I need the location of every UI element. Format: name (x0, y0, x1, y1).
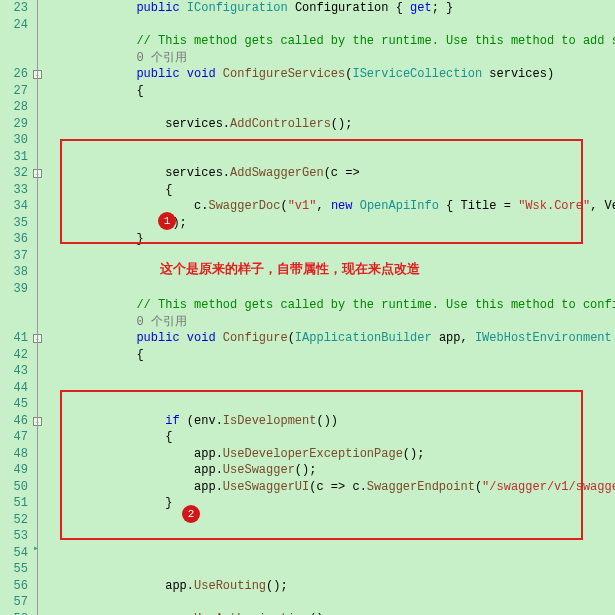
code-line[interactable]: public void Configure(IApplicationBuilde… (50, 330, 615, 347)
code-line[interactable] (50, 396, 615, 413)
code-line[interactable] (50, 17, 615, 34)
code-line[interactable] (50, 545, 615, 562)
code-line[interactable]: c.SwaggerDoc("v1", new OpenApiInfo { Tit… (50, 198, 615, 215)
code-line[interactable]: } (50, 231, 615, 248)
code-line[interactable]: public IConfiguration Configuration { ge… (50, 0, 615, 17)
line-number: 29 (0, 116, 28, 133)
annotation-text: 这个是原来的样子，自带属性，现在来点改造 (160, 260, 420, 278)
code-line[interactable]: // This method gets called by the runtim… (50, 297, 615, 314)
line-number: 33 (0, 182, 28, 199)
code-line[interactable]: app.UseSwaggerUI(c => c.SwaggerEndpoint(… (50, 479, 615, 496)
code-line[interactable] (50, 132, 615, 149)
code-line[interactable]: 0 个引用 (50, 50, 615, 67)
badge-2: 2 (182, 505, 200, 523)
code-line[interactable]: } (50, 495, 615, 512)
line-number: 55 (0, 561, 28, 578)
line-number: 53 (0, 528, 28, 545)
code-line[interactable]: { (50, 182, 615, 199)
line-number: 27 (0, 83, 28, 100)
line-number: 47 (0, 429, 28, 446)
code-line[interactable]: 0 个引用 (50, 314, 615, 331)
code-line[interactable] (50, 561, 615, 578)
line-number: 30 (0, 132, 28, 149)
code-line[interactable] (50, 99, 615, 116)
code-line[interactable]: services.AddControllers(); (50, 116, 615, 133)
line-number: 46 (0, 413, 28, 430)
line-number: 31 (0, 149, 28, 166)
code-line[interactable] (50, 149, 615, 166)
line-number: 44 (0, 380, 28, 397)
line-number: 54 (0, 545, 28, 562)
code-line[interactable]: app.UseAuthorization(); (50, 611, 615, 616)
line-number: 52 (0, 512, 28, 529)
line-number: 45 (0, 396, 28, 413)
code-line[interactable]: { (50, 429, 615, 446)
code-line[interactable]: if (env.IsDevelopment()) (50, 413, 615, 430)
code-line[interactable]: public void ConfigureServices(IServiceCo… (50, 66, 615, 83)
line-number: 41 (0, 330, 28, 347)
line-number: 28 (0, 99, 28, 116)
code-editor[interactable]: 2324262728293031323334353637383941424344… (0, 0, 615, 615)
line-number: 42 (0, 347, 28, 364)
line-number: 26 (0, 66, 28, 83)
code-line[interactable]: }); (50, 215, 615, 232)
code-line[interactable] (50, 528, 615, 545)
code-area[interactable]: public IConfiguration Configuration { ge… (46, 0, 615, 615)
line-number: 36 (0, 231, 28, 248)
line-number: 50 (0, 479, 28, 496)
line-number: 24 (0, 17, 28, 34)
line-number: 35 (0, 215, 28, 232)
line-number (0, 33, 28, 50)
line-number (0, 297, 28, 314)
code-line[interactable]: app.UseSwagger(); (50, 462, 615, 479)
code-line[interactable]: app.UseDeveloperExceptionPage(); (50, 446, 615, 463)
line-number: 57 (0, 594, 28, 611)
line-number: 48 (0, 446, 28, 463)
code-line[interactable] (50, 363, 615, 380)
code-line[interactable]: // This method gets called by the runtim… (50, 33, 615, 50)
code-line[interactable] (50, 380, 615, 397)
line-number: 39 (0, 281, 28, 298)
line-number: 38 (0, 264, 28, 281)
bookmark-icon: ▸ (33, 542, 45, 554)
line-number: 43 (0, 363, 28, 380)
code-line[interactable] (50, 512, 615, 529)
code-line[interactable]: app.UseRouting(); (50, 578, 615, 595)
line-number: 51 (0, 495, 28, 512)
line-number (0, 314, 28, 331)
code-line[interactable]: { (50, 347, 615, 364)
line-number: 58 (0, 611, 28, 616)
line-number: 37 (0, 248, 28, 265)
fold-column[interactable]: ----- (32, 0, 46, 615)
line-number: 34 (0, 198, 28, 215)
line-number: 23 (0, 0, 28, 17)
line-number: 32 (0, 165, 28, 182)
line-number: 49 (0, 462, 28, 479)
code-line[interactable] (50, 594, 615, 611)
line-number (0, 50, 28, 67)
line-number-gutter: 2324262728293031323334353637383941424344… (0, 0, 32, 615)
code-line[interactable]: services.AddSwaggerGen(c => (50, 165, 615, 182)
code-line[interactable] (50, 281, 615, 298)
badge-1: 1 (158, 212, 176, 230)
code-line[interactable]: { (50, 83, 615, 100)
line-number: 56 (0, 578, 28, 595)
